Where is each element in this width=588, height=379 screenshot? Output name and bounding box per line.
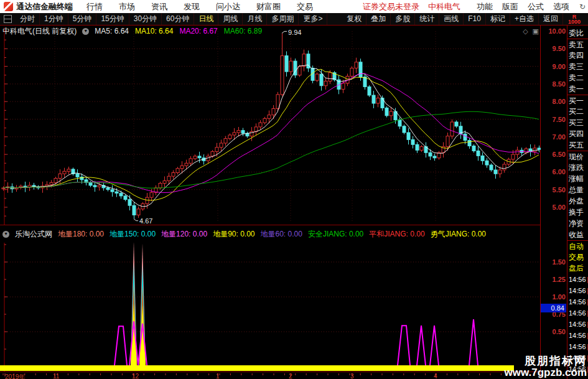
period-tab[interactable]: 30分钟 — [129, 13, 162, 25]
period-tab[interactable]: 60分钟 — [162, 13, 194, 25]
menu-item[interactable]: 版面 — [502, 1, 518, 12]
tick-time-row: 14:56 — [567, 307, 588, 319]
period-tab[interactable]: 分时 — [16, 13, 40, 25]
period-tab[interactable]: 1分钟 — [40, 13, 68, 25]
window-icon[interactable]: ▣ — [533, 27, 539, 35]
menu-item[interactable]: 发现 — [184, 1, 200, 12]
quote-row[interactable]: 自动 — [567, 240, 588, 251]
period-tab[interactable]: 15分钟 — [96, 13, 129, 25]
axis-label: 6.00 — [541, 167, 566, 176]
toolbar-button[interactable]: 画线 — [439, 13, 464, 25]
watermark-site-name: 股朋指标网 — [504, 355, 587, 367]
date-ticks — [0, 373, 541, 379]
indicator-value: 地量180: 0.00 — [58, 229, 104, 240]
quote-row[interactable]: 卖一 — [567, 83, 588, 95]
period-tab[interactable]: 更多> — [299, 13, 327, 25]
date-label: 3 — [350, 373, 354, 379]
date-label: 12 — [132, 373, 139, 379]
tick-time-row: 14:56 — [567, 274, 588, 285]
toolbar-button[interactable]: 标记 — [486, 13, 510, 25]
trade-login-status[interactable]: 证券交易未登录 — [363, 1, 419, 12]
ma-legend-item: MA10: 6.64 — [135, 27, 173, 35]
quote-row[interactable]: 总量 — [567, 184, 588, 195]
quote-row[interactable]: 买一 — [567, 95, 588, 106]
layout-grid-icon[interactable] — [4, 15, 12, 23]
app-logo-icon[interactable] — [4, 2, 13, 11]
quote-row[interactable]: 涨幅 — [567, 173, 588, 184]
app-title: 通达信金融终端 — [16, 1, 73, 12]
ma-legend: MA5: 6.64MA10: 6.64MA20: 6.67MA60: 6.89 — [95, 27, 262, 35]
indicator-header: ▾ 乐淘公式网 地量180: 0.00地量150: 0.00地量120: 0.0… — [0, 226, 540, 242]
period-tab[interactable]: 周线 — [218, 13, 243, 25]
quote-rows: 委比卖五卖四卖三卖二卖一买一买二买三买四买五现价涨跌涨幅总量外盘换手净资收益自动… — [567, 27, 588, 274]
indicator-source-label: 乐淘公式网 — [15, 229, 52, 240]
menu-item[interactable]: 交易 — [297, 1, 313, 12]
quote-row[interactable]: 卖二 — [567, 72, 588, 83]
menu-item[interactable]: 功能 — [477, 1, 493, 12]
quote-row[interactable]: 卖五 — [567, 39, 588, 50]
quote-row[interactable]: 卖三 — [567, 61, 588, 72]
quote-row[interactable]: 现价 — [567, 151, 588, 162]
axis-label: 1.50 — [541, 258, 566, 266]
diamond-icon[interactable]: ◇ — [523, 27, 528, 35]
axis-label: 1.25 — [541, 275, 566, 284]
current-value-badge: 0.84 — [541, 304, 566, 312]
menu-item[interactable]: 问小达 — [216, 1, 240, 12]
toolbar-button[interactable]: 叠加 — [366, 13, 391, 25]
quote-row[interactable]: 买五 — [567, 139, 588, 151]
ma-legend-item: MA20: 6.67 — [179, 27, 217, 35]
quote-row[interactable]: 买四 — [567, 128, 588, 139]
current-stock-label[interactable]: 中科电气 — [428, 1, 460, 12]
quote-row[interactable]: 委比 — [567, 27, 588, 39]
period-toolbar: 分时1分钟5分钟15分钟30分钟60分钟日线周线月线多周期更多> 复权叠加多股统… — [0, 13, 588, 26]
menu-item[interactable]: 行情 — [86, 1, 103, 12]
menu-item[interactable]: 市场 — [119, 1, 135, 12]
quote-row[interactable]: 涨跌 — [567, 162, 588, 173]
period-tabs: 分时1分钟5分钟15分钟30分钟60分钟日线周线月线多周期更多> — [16, 13, 327, 25]
rank-button[interactable]: R 1000 — [563, 14, 588, 24]
indicator-value: 安全JIANG: 0.00 — [308, 229, 363, 240]
toolbar-actions: 复权叠加多股统计画线F10标记+自选返回 — [342, 13, 563, 25]
quote-row[interactable]: 买二 — [567, 106, 588, 117]
axis-label: 7.50 — [541, 115, 566, 124]
menu-item[interactable]: 选项 — [553, 1, 569, 12]
toolbar-button[interactable]: F10 — [464, 13, 486, 25]
quote-row[interactable]: 买三 — [567, 117, 588, 128]
period-tab[interactable]: 月线 — [243, 13, 267, 25]
svg-text:4.67: 4.67 — [139, 217, 152, 225]
quote-row[interactable]: 收益 — [567, 229, 588, 240]
quote-row[interactable]: 换手 — [567, 207, 588, 218]
menu-item[interactable]: 财富圈 — [256, 1, 281, 12]
refresh-icon[interactable]: ↻ — [579, 2, 586, 11]
axis-label: 5.00 — [541, 203, 566, 212]
toolbar-button[interactable]: +自选 — [510, 13, 539, 25]
collapse-icon[interactable]: ▾ — [82, 28, 89, 35]
toolbar-button[interactable]: 统计 — [415, 13, 439, 25]
tick-time-row: 14:56 — [567, 296, 588, 307]
axis-label: 9.00 — [541, 62, 566, 71]
axis-label: 0.50 — [541, 327, 566, 336]
indicator-value: 地量90: 0.00 — [213, 229, 254, 240]
date-label: 4 — [434, 373, 437, 379]
toolbar-button[interactable]: 返回 — [539, 13, 563, 25]
tick-time-row: 14:56 — [567, 341, 588, 352]
tick-time-row: 14:56 — [567, 285, 588, 296]
quote-row[interactable]: 净资 — [567, 218, 588, 229]
toolbar-button[interactable]: 多股 — [391, 13, 415, 25]
candlestick-chart[interactable]: 9.944.67 — [0, 27, 541, 225]
toolbar-button[interactable]: 复权 — [342, 13, 366, 25]
quote-row[interactable]: 交易 — [567, 251, 588, 263]
quote-row[interactable]: 盘后 — [567, 263, 588, 274]
quote-row[interactable]: 外盘 — [567, 195, 588, 207]
date-label: 2 — [289, 373, 292, 379]
indicator-chart[interactable] — [0, 243, 541, 372]
period-tab[interactable]: 多周期 — [267, 13, 299, 25]
indicator-value: 勇气JIANG: 0.00 — [431, 229, 486, 240]
menu-item[interactable]: 资讯 — [151, 1, 167, 12]
period-tab[interactable]: 5分钟 — [68, 13, 97, 25]
menu-item[interactable]: 公式 — [528, 1, 544, 12]
date-axis: 2019年11121234 — [0, 372, 541, 379]
quote-row[interactable]: 卖四 — [567, 50, 588, 61]
collapse-icon[interactable]: ▾ — [2, 231, 9, 238]
period-tab[interactable]: 日线 — [194, 13, 218, 25]
